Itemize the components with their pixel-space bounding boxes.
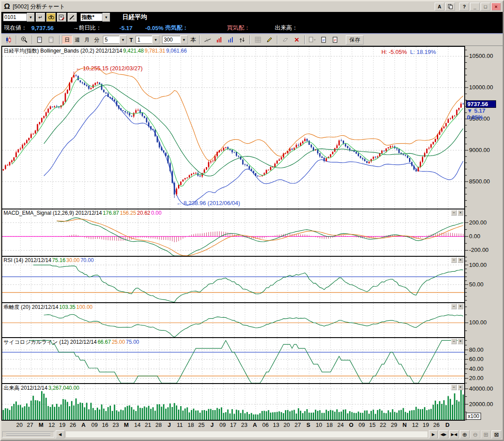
period-weekly-button[interactable]: 週 (72, 36, 82, 44)
y-axis-label: 60.00 (469, 356, 484, 362)
bars-select-arrow[interactable]: ▼ (180, 35, 188, 44)
paste-settings-icon (46, 35, 57, 45)
volume-label: 出来高： (275, 24, 298, 32)
x-axis-label: 12 (49, 422, 55, 428)
maximize-button[interactable]: □ (481, 3, 490, 11)
macd-panel-close-button[interactable]: × (458, 210, 463, 216)
rsi-panel-close-button[interactable]: × (458, 257, 463, 263)
macd-panel-minimize-button[interactable]: − (451, 210, 457, 216)
help-button[interactable]: ? (459, 3, 469, 11)
t-label: T (129, 37, 133, 43)
ma-select-arrow[interactable]: ▼ (119, 35, 127, 44)
grid-icon (253, 35, 263, 45)
magnifier-glyph (21, 36, 28, 43)
period-monthly-button[interactable]: 月 (82, 36, 92, 44)
compress-bars-button[interactable]: ▶◀ (449, 430, 459, 438)
zoom-icon[interactable] (19, 35, 30, 45)
pencil-icon[interactable] (264, 35, 275, 45)
x-axis-label: 15 (369, 422, 375, 428)
x-axis-label: 09 (220, 422, 226, 428)
save-button[interactable]: 保存 (346, 35, 364, 45)
x-axis-label: 21 (145, 422, 151, 428)
grid-toggle-button: ⊞ (481, 430, 491, 438)
x-axis-label: 12 (412, 422, 418, 428)
main-panel-header: 日経平均(指数) Bollinger_Bands (20,2) 2012/12/… (4, 47, 188, 55)
change-label: →前日比： (73, 24, 102, 32)
x-axis-label: 26 (433, 422, 440, 428)
interval-select-value: 1 (136, 36, 152, 44)
candle-glyph (5, 36, 12, 43)
binoculars-icon[interactable] (46, 13, 56, 22)
ma-select[interactable]: 5▼ (103, 35, 127, 44)
psy-panel-close-button[interactable]: × (458, 338, 463, 344)
interval-select-arrow[interactable]: ▼ (152, 35, 159, 44)
y-axis-label: 40.00 (469, 365, 484, 372)
expand-bars-button[interactable]: ◀▶ (439, 430, 448, 438)
rsi-panel-minimize-button[interactable]: − (451, 257, 457, 263)
volume-scale-label: x100 (466, 413, 481, 420)
scrollbar-track[interactable] (65, 431, 428, 438)
app-logo-icon: Ω (4, 2, 10, 11)
y-axis-label: 9000.00 (469, 147, 490, 153)
new-page-icon[interactable]: P (319, 35, 330, 45)
titlebar: Ω [5002] 分析チャート A ? _ □ × (1, 1, 503, 12)
bar-chart-blue-icon[interactable] (225, 35, 236, 45)
vol-panel-close-button[interactable]: × (458, 384, 463, 390)
macd-panel-header: MACD_EMA_Signal (12,26,9) 2012/12/14176.… (4, 210, 163, 216)
y-axis-label: 20000.00 (469, 401, 493, 407)
candlestick-chart-icon[interactable] (3, 35, 14, 45)
x-axis-label: 24 (337, 422, 344, 428)
y-axis-label: 0.00 (469, 233, 480, 240)
x-axis-label: 28 (155, 422, 162, 428)
x-axis-label: 20 (16, 422, 23, 428)
delete-drawing-icon[interactable]: ✕ (292, 35, 302, 45)
code-input[interactable]: 0101 (3, 13, 27, 21)
period-daily-button[interactable]: 日 (62, 35, 72, 44)
peak-annotation: ← 10,255.15 (2012/03/27) (76, 65, 143, 72)
scroll-left-button[interactable]: ◀ (56, 430, 64, 438)
up-down-arrows-glyph (239, 37, 245, 43)
x-axis-label: J (210, 422, 213, 428)
vol-panel-header: 出来高 2012/12/143,267,040.00 (4, 384, 80, 392)
category-dropdown-button[interactable]: ▼ (102, 13, 110, 22)
bars-select[interactable]: 300▼ (162, 35, 188, 44)
change-value: -5.17 (102, 25, 133, 31)
period-minute-button[interactable]: 分 (92, 36, 102, 44)
price-change-pct-badge: 0.05% (467, 114, 483, 121)
trendline-icon[interactable] (202, 35, 213, 45)
draw-tool-icon[interactable] (68, 13, 77, 22)
price-change-badge: ▼ 5.17 (467, 107, 485, 114)
kairi-panel-close-button[interactable]: × (458, 304, 463, 309)
zoom-in-button[interactable]: ⊕ (460, 430, 470, 438)
font-button[interactable]: A (435, 3, 444, 11)
copy-window-button[interactable] (445, 3, 455, 11)
pane-splitter-handle[interactable] (2, 431, 54, 437)
kairi-panel: 乖離度 (20) 2012/12/14103.35100.00−× (1, 302, 465, 337)
category-select[interactable]: 指数* (80, 13, 102, 21)
interval-select[interactable]: 1▼ (136, 35, 159, 44)
blue-bars-glyph (227, 37, 234, 43)
copy-settings-icon[interactable] (35, 35, 45, 45)
x-axis-label: A (81, 422, 85, 428)
close-chart-button[interactable]: ⊠ (492, 430, 501, 438)
enter-icon[interactable]: ↵ (36, 13, 45, 22)
vol-panel-minimize-button[interactable]: − (451, 384, 457, 390)
main-panel: 日経平均(指数) Bollinger_Bands (20,2) 2012/12/… (1, 46, 465, 209)
psy-panel-minimize-button[interactable]: − (451, 338, 457, 344)
code-dropdown-button[interactable]: ▼ (27, 13, 34, 22)
x-axis-label: 23 (113, 422, 119, 428)
bar-chart-red-icon[interactable] (214, 35, 224, 45)
close-button[interactable]: × (491, 3, 501, 11)
edit-memo-icon[interactable] (57, 13, 66, 22)
kairi-panel-minimize-button[interactable]: − (451, 304, 457, 309)
x-axis-label: S (307, 422, 311, 428)
x-axis-label: 27 (27, 422, 33, 428)
bars-select-value: 300 (162, 36, 180, 44)
vol-panel: 出来高 2012/12/143,267,040.00−× (1, 383, 465, 421)
x-axis-label: 26 (70, 422, 76, 428)
page-settings-icon[interactable]: P (330, 35, 341, 45)
sort-arrows-icon[interactable] (237, 35, 247, 45)
minimize-button[interactable]: _ (470, 3, 480, 11)
x-axis-label: 13 (273, 422, 279, 428)
scroll-right-button[interactable]: ▶ (429, 430, 438, 438)
